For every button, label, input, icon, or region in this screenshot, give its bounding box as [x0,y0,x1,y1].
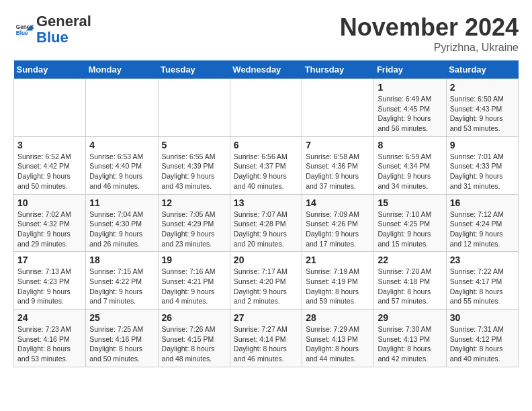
location-subtitle: Pyrizhna, Ukraine [340,42,519,54]
week-row-4: 17Sunrise: 7:13 AM Sunset: 4:23 PM Dayli… [14,252,519,310]
day-number: 13 [234,197,298,208]
calendar-cell: 19Sunrise: 7:16 AM Sunset: 4:21 PM Dayli… [158,252,230,310]
day-number: 22 [378,255,442,265]
day-number: 8 [378,140,442,150]
weekday-header-tuesday: Tuesday [158,60,230,79]
calendar-cell [158,79,230,137]
day-number: 4 [89,140,154,150]
calendar-cell: 11Sunrise: 7:04 AM Sunset: 4:30 PM Dayli… [86,194,158,252]
day-info: Sunrise: 6:56 AM Sunset: 4:37 PM Dayligh… [234,152,298,191]
weekday-header-sunday: Sunday [14,60,86,79]
day-number: 2 [450,82,515,93]
day-number: 16 [450,197,515,208]
day-info: Sunrise: 7:31 AM Sunset: 4:12 PM Dayligh… [450,324,515,364]
weekday-header-saturday: Saturday [446,60,518,79]
day-number: 25 [89,312,154,323]
day-info: Sunrise: 7:12 AM Sunset: 4:24 PM Dayligh… [450,210,515,249]
svg-text:Blue: Blue [16,30,28,36]
week-row-1: 1Sunrise: 6:49 AM Sunset: 4:45 PM Daylig… [14,79,519,137]
logo-icon: General Blue [13,19,34,40]
calendar-cell: 12Sunrise: 7:05 AM Sunset: 4:29 PM Dayli… [158,194,230,252]
day-info: Sunrise: 6:53 AM Sunset: 4:40 PM Dayligh… [89,152,154,191]
calendar-cell: 7Sunrise: 6:58 AM Sunset: 4:36 PM Daylig… [302,136,374,194]
day-number: 3 [17,140,82,150]
day-info: Sunrise: 7:25 AM Sunset: 4:16 PM Dayligh… [89,324,154,364]
weekday-header-friday: Friday [374,60,446,79]
calendar-cell: 17Sunrise: 7:13 AM Sunset: 4:23 PM Dayli… [14,252,86,310]
day-info: Sunrise: 7:07 AM Sunset: 4:28 PM Dayligh… [234,210,298,249]
day-number: 28 [306,312,370,323]
calendar-cell: 16Sunrise: 7:12 AM Sunset: 4:24 PM Dayli… [446,194,518,252]
weekday-header-wednesday: Wednesday [230,60,302,79]
day-info: Sunrise: 7:22 AM Sunset: 4:17 PM Dayligh… [450,267,515,306]
month-title: November 2024 [340,13,519,42]
week-row-5: 24Sunrise: 7:23 AM Sunset: 4:16 PM Dayli… [14,310,519,367]
day-info: Sunrise: 6:49 AM Sunset: 4:45 PM Dayligh… [378,94,442,134]
calendar-cell: 29Sunrise: 7:30 AM Sunset: 4:13 PM Dayli… [374,310,446,367]
calendar-cell: 5Sunrise: 6:55 AM Sunset: 4:39 PM Daylig… [158,136,230,194]
day-number: 27 [234,312,298,323]
day-info: Sunrise: 6:55 AM Sunset: 4:39 PM Dayligh… [162,152,226,191]
week-row-3: 10Sunrise: 7:02 AM Sunset: 4:32 PM Dayli… [14,194,519,252]
calendar-cell: 8Sunrise: 6:59 AM Sunset: 4:34 PM Daylig… [374,136,446,194]
day-info: Sunrise: 7:04 AM Sunset: 4:30 PM Dayligh… [89,210,154,249]
day-info: Sunrise: 7:16 AM Sunset: 4:21 PM Dayligh… [162,267,226,306]
day-number: 20 [234,255,298,265]
calendar-cell: 21Sunrise: 7:19 AM Sunset: 4:19 PM Dayli… [302,252,374,310]
logo-blue-text: Blue [36,29,69,46]
calendar-cell [302,79,374,137]
day-info: Sunrise: 6:59 AM Sunset: 4:34 PM Dayligh… [378,152,442,191]
day-number: 12 [162,197,226,208]
calendar-cell: 4Sunrise: 6:53 AM Sunset: 4:40 PM Daylig… [86,136,158,194]
day-info: Sunrise: 7:13 AM Sunset: 4:23 PM Dayligh… [17,267,82,306]
calendar-cell: 22Sunrise: 7:20 AM Sunset: 4:18 PM Dayli… [374,252,446,310]
day-number: 7 [306,140,370,150]
day-info: Sunrise: 7:01 AM Sunset: 4:33 PM Dayligh… [450,152,515,191]
calendar-cell: 14Sunrise: 7:09 AM Sunset: 4:26 PM Dayli… [302,194,374,252]
day-number: 5 [162,140,226,150]
calendar-cell [14,79,86,137]
day-info: Sunrise: 7:20 AM Sunset: 4:18 PM Dayligh… [378,267,442,306]
calendar-cell: 24Sunrise: 7:23 AM Sunset: 4:16 PM Dayli… [14,310,86,367]
page-header: General Blue General Blue November 2024 … [13,13,519,54]
title-block: November 2024 Pyrizhna, Ukraine [340,13,519,54]
day-info: Sunrise: 7:05 AM Sunset: 4:29 PM Dayligh… [162,210,226,249]
calendar-cell: 1Sunrise: 6:49 AM Sunset: 4:45 PM Daylig… [374,79,446,137]
day-info: Sunrise: 7:23 AM Sunset: 4:16 PM Dayligh… [17,324,82,364]
day-number: 14 [306,197,370,208]
day-info: Sunrise: 7:09 AM Sunset: 4:26 PM Dayligh… [306,210,370,249]
weekday-header-thursday: Thursday [302,60,374,79]
calendar-cell: 9Sunrise: 7:01 AM Sunset: 4:33 PM Daylig… [446,136,518,194]
logo: General Blue General Blue [13,13,91,46]
weekday-header-monday: Monday [86,60,158,79]
calendar-cell: 25Sunrise: 7:25 AM Sunset: 4:16 PM Dayli… [86,310,158,367]
day-number: 29 [378,312,442,323]
calendar-cell: 2Sunrise: 6:50 AM Sunset: 4:43 PM Daylig… [446,79,518,137]
day-info: Sunrise: 6:52 AM Sunset: 4:42 PM Dayligh… [17,152,82,191]
day-info: Sunrise: 6:58 AM Sunset: 4:36 PM Dayligh… [306,152,370,191]
week-row-2: 3Sunrise: 6:52 AM Sunset: 4:42 PM Daylig… [14,136,519,194]
day-info: Sunrise: 7:27 AM Sunset: 4:14 PM Dayligh… [234,324,298,364]
day-number: 9 [450,140,515,150]
logo-general-text: General [36,13,91,30]
calendar-cell: 30Sunrise: 7:31 AM Sunset: 4:12 PM Dayli… [446,310,518,367]
day-number: 19 [162,255,226,265]
calendar-cell: 10Sunrise: 7:02 AM Sunset: 4:32 PM Dayli… [14,194,86,252]
calendar-cell [86,79,158,137]
calendar-cell: 26Sunrise: 7:26 AM Sunset: 4:15 PM Dayli… [158,310,230,367]
calendar-cell: 23Sunrise: 7:22 AM Sunset: 4:17 PM Dayli… [446,252,518,310]
day-info: Sunrise: 7:19 AM Sunset: 4:19 PM Dayligh… [306,267,370,306]
calendar-cell: 3Sunrise: 6:52 AM Sunset: 4:42 PM Daylig… [14,136,86,194]
day-number: 23 [450,255,515,265]
day-number: 10 [17,197,82,208]
day-number: 18 [89,255,154,265]
day-info: Sunrise: 7:26 AM Sunset: 4:15 PM Dayligh… [162,324,226,364]
day-number: 6 [234,140,298,150]
day-number: 21 [306,255,370,265]
calendar-cell: 28Sunrise: 7:29 AM Sunset: 4:13 PM Dayli… [302,310,374,367]
weekday-header-row: SundayMondayTuesdayWednesdayThursdayFrid… [14,60,519,79]
calendar-cell: 18Sunrise: 7:15 AM Sunset: 4:22 PM Dayli… [86,252,158,310]
calendar-cell: 13Sunrise: 7:07 AM Sunset: 4:28 PM Dayli… [230,194,302,252]
day-info: Sunrise: 7:30 AM Sunset: 4:13 PM Dayligh… [378,324,442,364]
day-number: 24 [17,312,82,323]
